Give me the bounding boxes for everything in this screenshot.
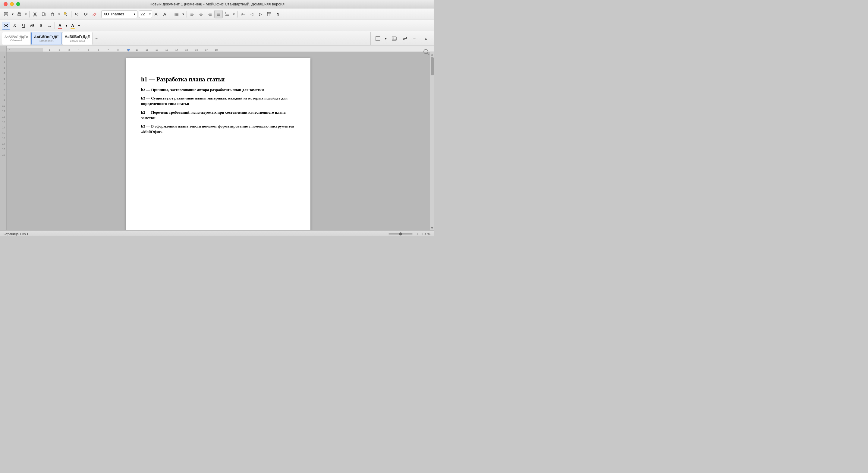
style-normal[interactable]: АаБбВвГгДдЕе Обычный: [2, 32, 31, 45]
zoom-plus-button[interactable]: +: [415, 232, 419, 236]
format-paint-button[interactable]: [61, 10, 70, 19]
print-button[interactable]: [15, 10, 24, 19]
paste-dropdown-button[interactable]: ▾: [57, 10, 61, 19]
sep7: [55, 22, 55, 29]
maximize-button[interactable]: [16, 2, 20, 6]
svg-line-56: [427, 53, 429, 55]
undo-button[interactable]: [73, 10, 81, 19]
zoom-thumb[interactable]: [399, 232, 402, 235]
font-color-dropdown-button[interactable]: ▾: [64, 22, 68, 30]
redo-button[interactable]: [82, 10, 90, 19]
list-dropdown-button[interactable]: ▾: [181, 10, 185, 19]
svg-rect-13: [52, 13, 53, 13]
paste-icon: [50, 12, 55, 17]
scroll-thumb[interactable]: [431, 57, 434, 76]
minimize-button[interactable]: [10, 2, 14, 6]
line-num-11: 11: [0, 109, 6, 114]
close-button[interactable]: [4, 2, 7, 6]
highlight-button[interactable]: A: [69, 22, 76, 30]
line-num-12: 12: [0, 114, 6, 119]
cut-icon: [33, 12, 37, 17]
line-spacing-button[interactable]: [223, 10, 231, 19]
font-name-selector[interactable]: XO Thames ▾: [101, 10, 137, 18]
line-num-13: 13: [0, 119, 6, 125]
indent-group: ◁ ▷ ¶: [239, 10, 282, 19]
indent-button[interactable]: ▷: [256, 10, 265, 19]
save-dropdown-button[interactable]: ▾: [10, 10, 15, 19]
insert-table-button[interactable]: [373, 35, 383, 42]
save-button[interactable]: [2, 10, 10, 19]
underline-button[interactable]: Ч: [19, 22, 28, 30]
scroll-up-button[interactable]: ▲: [430, 52, 434, 57]
line-spacing-dropdown-button[interactable]: ▾: [232, 10, 236, 19]
sep4: [171, 11, 171, 18]
zoom-minus-button[interactable]: −: [382, 232, 386, 236]
bullet-list-button[interactable]: [173, 10, 181, 19]
line-num-1: 1: [0, 54, 6, 60]
font-color-button[interactable]: A: [56, 22, 64, 30]
more-fmt-button[interactable]: ...: [45, 22, 53, 30]
document-page[interactable]: h1 — Разработка плана статьи h2 — Причин…: [126, 58, 310, 230]
outdent-button[interactable]: ◁: [247, 10, 256, 19]
style-heading2-label: Заголовок 2: [70, 39, 85, 42]
show-marks-button[interactable]: ¶: [274, 10, 282, 19]
font-size-decrease-button[interactable]: A−: [153, 10, 161, 19]
line-num-7: 7: [0, 87, 6, 92]
print-dropdown-button[interactable]: ▾: [24, 10, 28, 19]
line-num-18: 18: [0, 147, 6, 152]
insert-link-button[interactable]: [400, 35, 410, 42]
list-group: ▾: [173, 10, 185, 19]
sep5: [187, 11, 187, 18]
line-num-19: 19: [0, 152, 6, 157]
table-properties-button[interactable]: [265, 10, 273, 19]
caps-button[interactable]: АВ: [28, 22, 36, 30]
styles-row: АаБбВвГгДдЕе Обычный АаБбВвГгДЕ Заголово…: [0, 31, 434, 46]
italic-button[interactable]: К: [10, 22, 19, 30]
align-center-button[interactable]: [197, 10, 205, 19]
cut-button[interactable]: [31, 10, 39, 19]
svg-line-44: [241, 14, 243, 16]
print-icon: [17, 12, 22, 17]
line-num-17: 17: [0, 141, 6, 147]
align-left-button[interactable]: [188, 10, 196, 19]
font-size-increase-button[interactable]: A+: [161, 10, 170, 19]
zoom-slider[interactable]: [389, 233, 412, 235]
vertical-scrollbar[interactable]: ▲ ▼: [430, 52, 434, 230]
font-size-selector[interactable]: 22 ▾: [139, 10, 152, 18]
align-justify-button[interactable]: [214, 10, 223, 19]
line-num-9: 9: [0, 98, 6, 103]
toolbar-collapse-button[interactable]: ▲: [422, 35, 430, 42]
line-spacing-icon: [225, 12, 230, 17]
main-area: 1 2 3 4 5 6 7 8 9 10 11 12 13 14 15 16 1…: [0, 52, 434, 230]
sep1: [29, 11, 30, 18]
clear-icon: [92, 12, 97, 17]
style-heading2[interactable]: АаБбВвГгДдЕ Заголовок 2: [62, 32, 93, 45]
bold-button[interactable]: Ж: [2, 22, 10, 30]
insert-image-button[interactable]: [390, 35, 399, 42]
paste-button[interactable]: [48, 10, 57, 19]
insert-more-button[interactable]: ···: [411, 35, 418, 42]
scroll-down-button[interactable]: ▼: [430, 226, 434, 230]
undo-icon: [74, 12, 79, 17]
sep2: [71, 11, 71, 18]
clear-format-button[interactable]: [90, 10, 98, 19]
line-num-16: 16: [0, 136, 6, 141]
search-button[interactable]: [423, 49, 430, 56]
line-num-8: 8: [0, 92, 6, 98]
more-styles-button[interactable]: ···: [93, 32, 99, 45]
document-area[interactable]: h1 — Разработка плана статьи h2 — Причин…: [7, 52, 430, 230]
align-right-button[interactable]: [206, 10, 214, 19]
style-heading1[interactable]: АаБбВвГгДЕ Заголовок 1: [31, 32, 61, 45]
indent-list-button[interactable]: [239, 10, 247, 19]
highlight-dropdown-button[interactable]: ▾: [77, 22, 81, 30]
font-name-value: XO Thames: [103, 12, 124, 16]
style-normal-preview: АаБбВвГгДдЕе: [4, 35, 28, 38]
file-group: ▾ ▾: [2, 10, 28, 19]
strikethrough-button[interactable]: S: [37, 22, 45, 30]
bullet-list-icon: [174, 12, 179, 17]
copy-button[interactable]: [39, 10, 48, 19]
insert-table-dropdown-button[interactable]: ▾: [384, 36, 388, 41]
redo-icon: [83, 12, 88, 17]
statusbar-right: − + 100%: [382, 232, 430, 236]
zoom-level: 100%: [422, 232, 430, 236]
